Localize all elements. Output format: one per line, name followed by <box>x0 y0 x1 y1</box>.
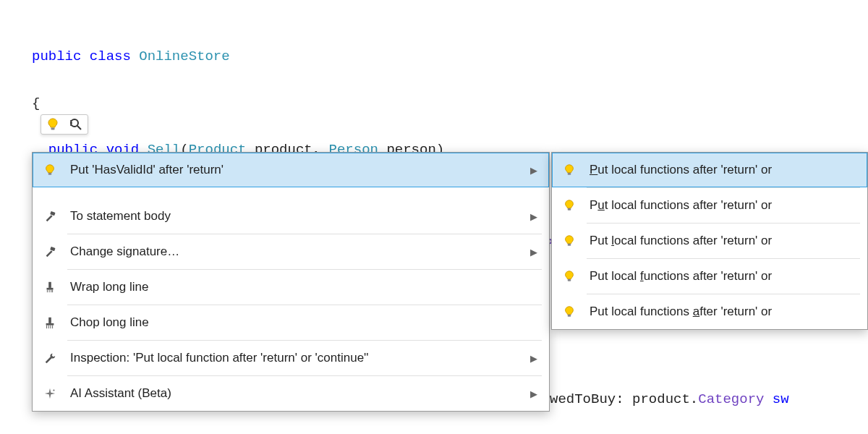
svg-rect-19 <box>568 173 571 175</box>
svg-rect-7 <box>50 211 55 216</box>
menu-item-label: Chop long line <box>70 315 537 330</box>
menu-item-label: Inspection: 'Put local function after 'r… <box>70 351 506 365</box>
menu-item-label: To statement body <box>70 209 506 224</box>
wrench-icon <box>41 352 59 365</box>
submenu-item-label: Put local functions after 'return' or <box>590 234 856 248</box>
find-icon <box>69 117 83 132</box>
svg-rect-23 <box>568 315 571 317</box>
sparkle-icon <box>41 387 59 400</box>
submenu-item[interactable]: Put local functions after 'return' or <box>552 294 867 329</box>
code-tail: wedToBuy: product.Category sw <box>550 365 789 412</box>
code-bottom-line: ProductCategory.Alcohol or ProductCatego… <box>94 408 671 434</box>
lightbulb-icon <box>561 234 578 247</box>
svg-rect-22 <box>568 279 571 281</box>
svg-rect-8 <box>50 247 55 251</box>
submenu-arrow-icon: ▶ <box>530 388 537 399</box>
submenu-item[interactable]: Put local functions after 'return' or <box>552 224 867 258</box>
svg-rect-20 <box>568 208 571 210</box>
submenu-item-label: Put local functions after 'return' or <box>590 269 856 284</box>
submenu-arrow-icon: ▶ <box>530 247 537 258</box>
lightbulb-icon <box>41 163 59 176</box>
lightbulb-icon <box>561 270 578 283</box>
menu-item-put-after-return[interactable]: Put 'HasValidId' after 'return' ▶ <box>33 153 549 187</box>
menu-item-ai-assistant[interactable]: AI Assistant (Beta) ▶ <box>33 376 549 411</box>
svg-rect-9 <box>48 282 51 288</box>
menu-item-chop-long-line[interactable]: Chop long line <box>33 305 549 340</box>
lightbulb-icon <box>46 117 60 132</box>
menu-item-wrap-long-line[interactable]: Wrap long line <box>33 270 549 305</box>
hammer-icon <box>41 245 59 258</box>
menu-item-label: Change signature… <box>70 244 506 259</box>
menu-item-change-signature[interactable]: Change signature… ▶ <box>33 234 549 269</box>
lightbulb-icon <box>561 199 578 212</box>
submenu-item-label: Put local functions after 'return' or <box>590 198 856 213</box>
submenu-item-label: Put local functions after 'return' or <box>590 305 856 319</box>
submenu-arrow-icon: ▶ <box>530 165 537 176</box>
svg-rect-6 <box>48 173 52 175</box>
svg-rect-21 <box>568 244 571 246</box>
hammer-icon <box>41 210 59 223</box>
quick-actions-submenu: Put local functions after 'return' or Pu… <box>551 152 868 330</box>
submenu-item[interactable]: Put local functions after 'return' or <box>552 259 867 294</box>
submenu-item[interactable]: Put local functions after 'return' or <box>552 153 867 187</box>
submenu-item-label: Put local functions after 'return' or <box>590 163 856 177</box>
menu-item-label: AI Assistant (Beta) <box>70 386 506 401</box>
submenu-arrow-icon: ▶ <box>530 211 537 222</box>
brush-icon <box>41 281 59 294</box>
lightbulb-icon <box>561 163 578 176</box>
svg-line-2 <box>77 126 81 129</box>
svg-rect-14 <box>48 318 51 323</box>
menu-item-label: Wrap long line <box>70 280 537 294</box>
menu-item-label: Put 'HasValidId' after 'return' <box>70 163 506 177</box>
menu-item-to-statement-body[interactable]: To statement body ▶ <box>33 199 549 234</box>
submenu-arrow-icon: ▶ <box>530 353 537 364</box>
lightbulb-icon <box>561 305 578 318</box>
menu-item-inspection[interactable]: Inspection: 'Put local function after 'r… <box>33 341 549 375</box>
quick-actions-menu: Put 'HasValidId' after 'return' ▶ To sta… <box>32 152 550 412</box>
brush-icon <box>41 316 59 329</box>
quick-actions-gutter[interactable] <box>41 114 88 135</box>
submenu-item[interactable]: Put local functions after 'return' or <box>552 188 867 223</box>
svg-rect-0 <box>51 128 55 130</box>
